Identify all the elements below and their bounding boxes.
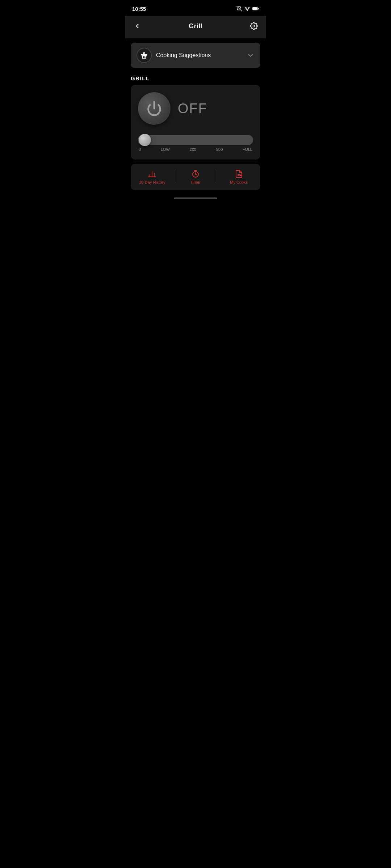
notification-muted-icon bbox=[236, 6, 242, 12]
chevron-down-icon bbox=[247, 51, 255, 59]
back-button[interactable] bbox=[131, 20, 144, 33]
tab-history-label: 30-Day History bbox=[139, 180, 165, 184]
history-icon bbox=[148, 170, 156, 178]
home-indicator bbox=[174, 197, 217, 199]
slider-label-full: FULL bbox=[243, 147, 252, 152]
temperature-slider[interactable]: 0 LOW 200 500 FULL bbox=[138, 135, 253, 152]
tab-history[interactable]: 30-Day History bbox=[131, 167, 174, 187]
battery-icon bbox=[252, 6, 259, 12]
section-label: GRILL bbox=[125, 72, 266, 84]
slider-thumb[interactable] bbox=[139, 134, 151, 146]
svg-rect-4 bbox=[253, 8, 257, 10]
tab-mycooks-label: My Cooks bbox=[230, 180, 248, 184]
tab-timer[interactable]: Timer bbox=[174, 167, 217, 187]
status-bar: 10:55 bbox=[125, 0, 266, 16]
tab-mycooks[interactable]: My Cooks bbox=[217, 167, 260, 187]
grill-device-icon bbox=[136, 48, 152, 63]
status-time: 10:55 bbox=[132, 6, 146, 12]
slider-labels: 0 LOW 200 500 FULL bbox=[138, 147, 253, 152]
slider-label-low: LOW bbox=[161, 147, 170, 152]
app-header: Grill bbox=[125, 16, 266, 38]
cooking-suggestions-label: Cooking Suggestions bbox=[156, 52, 211, 59]
grill-status: OFF bbox=[178, 101, 207, 116]
page-title: Grill bbox=[189, 22, 202, 30]
mycooks-icon bbox=[235, 170, 243, 178]
cooking-suggestions-left: Cooking Suggestions bbox=[136, 48, 211, 63]
cooking-suggestions-bar[interactable]: Cooking Suggestions bbox=[131, 43, 260, 68]
slider-label-200: 200 bbox=[190, 147, 196, 152]
tab-timer-label: Timer bbox=[190, 180, 201, 184]
settings-button[interactable] bbox=[247, 20, 260, 33]
timer-icon bbox=[191, 170, 200, 178]
power-row: OFF bbox=[138, 92, 253, 125]
svg-point-1 bbox=[247, 10, 247, 11]
grill-control-card: OFF 0 LOW 200 500 FULL bbox=[131, 85, 260, 159]
slider-label-0: 0 bbox=[139, 147, 141, 152]
power-button[interactable] bbox=[138, 92, 171, 125]
tab-bar: 30-Day History Timer My Cooks bbox=[131, 164, 260, 190]
slider-label-500: 500 bbox=[216, 147, 223, 152]
status-icons bbox=[236, 6, 259, 12]
svg-line-0 bbox=[237, 6, 242, 12]
wifi-icon bbox=[244, 6, 250, 12]
svg-point-12 bbox=[143, 52, 145, 54]
svg-point-5 bbox=[253, 25, 255, 27]
slider-track bbox=[138, 135, 253, 145]
